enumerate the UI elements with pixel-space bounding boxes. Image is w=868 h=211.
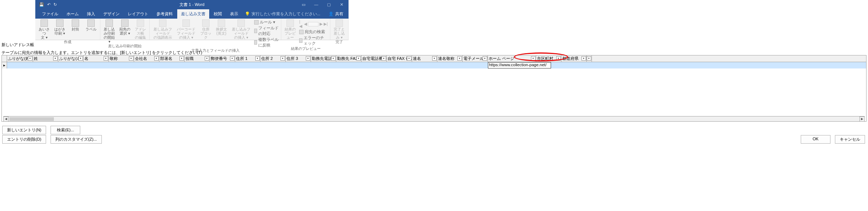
filter-dropdown-icon[interactable]: ▾ [531,56,535,61]
column-header[interactable]: 市区町村▾ [536,55,561,62]
filter-dropdown-icon[interactable]: ▾ [179,56,184,61]
grid-cell[interactable] [311,62,336,68]
delete-entry-button[interactable]: エントリの削除(D) [2,135,46,144]
tab-references[interactable]: 参考資料 [153,9,176,19]
column-header[interactable]: 連名敬称▾ [437,55,463,62]
column-header[interactable]: 役職▾ [185,55,210,62]
tab-file[interactable]: ファイル [38,9,62,19]
address-grid[interactable]: ふりがな(姓)▾姓▾ふりがな(名)▾名▾敬称▾会社名▾部署名▾役職▾郵便番号▾住… [1,55,867,122]
column-header[interactable]: 住所 1▾ [235,55,260,62]
column-header[interactable]: 国▾ [587,55,592,62]
tab-layout[interactable]: レイアウト [124,9,152,19]
column-header[interactable]: ふりがな(姓)▾ [7,55,33,62]
grid-cell[interactable] [362,62,387,68]
grid-cell[interactable] [84,62,109,68]
greeting-button[interactable]: あいさつ 文 ▾ [38,19,51,39]
filter-dropdown-icon[interactable]: ▾ [356,56,361,61]
grid-cell[interactable] [576,62,602,68]
find-button[interactable]: 検索(E)... [51,126,80,134]
grid-cell[interactable] [260,62,286,68]
postcard-button[interactable]: はがき 印刷 ▾ [53,19,67,35]
filter-dropdown-icon[interactable]: ▾ [78,56,83,61]
ok-button[interactable]: OK [801,135,830,144]
tell-me[interactable]: 💡 実行したい作業を入力してください... [245,11,320,17]
share-button[interactable]: 👤 共有 [328,11,349,17]
grid-cell[interactable]: https://www.collection-page.net/ [488,62,551,68]
filter-dropdown-icon[interactable]: ▾ [104,56,108,61]
tab-view[interactable]: 表示 [226,9,242,19]
tab-review[interactable]: 校閲 [210,9,226,19]
label-button[interactable]: ラベル [84,19,98,31]
filter-dropdown-icon[interactable]: ▾ [28,56,32,61]
envelope-button[interactable]: 封筒 [69,19,82,31]
scroll-right-icon[interactable]: ▶ [859,116,865,122]
grid-row[interactable]: https://www.collection-page.net/ [2,62,866,68]
horizontal-scrollbar[interactable]: ◀ ▶ [3,116,865,121]
grid-cell[interactable] [185,62,210,68]
grid-cell[interactable] [412,62,437,68]
row-selector[interactable] [2,62,7,68]
filter-dropdown-icon[interactable]: ▾ [306,56,310,61]
grid-cell[interactable] [58,62,84,68]
filter-dropdown-icon[interactable]: ▾ [587,56,591,61]
scroll-left-icon[interactable]: ◀ [3,116,9,122]
column-header[interactable]: 都道府県▾ [561,55,587,62]
column-header[interactable]: 勤務先電話...▾ [311,55,336,62]
save-icon[interactable]: 💾 [39,2,44,7]
tab-home[interactable]: ホーム [63,9,82,19]
filter-dropdown-icon[interactable]: ▾ [432,56,437,61]
close-icon[interactable]: ✕ [336,2,347,7]
filter-dropdown-icon[interactable]: ▾ [154,56,159,61]
cancel-button[interactable]: キャンセル [835,135,865,144]
filter-dropdown-icon[interactable]: ▾ [582,56,586,61]
grid-cell[interactable] [551,62,576,68]
start-merge-button[interactable]: 差し込み印刷 の開始 ▾ [103,19,116,44]
column-header[interactable]: 自宅 FAX 番...▾ [387,55,412,62]
column-header[interactable]: 勤務先 FAX ...▾ [336,55,362,62]
grid-cell[interactable] [7,62,33,68]
grid-cell[interactable] [33,62,58,68]
column-header[interactable]: 会社名▾ [134,55,159,62]
select-recipients-button[interactable]: 宛先の 選択 ▾ [118,19,132,35]
grid-cell[interactable] [286,62,311,68]
column-header[interactable]: 住所 3▾ [286,55,311,62]
new-entry-button[interactable]: 新しいエントリ(N) [2,126,46,134]
grid-cell[interactable] [235,62,260,68]
tab-insert[interactable]: 挿入 [83,9,99,19]
filter-dropdown-icon[interactable]: ▾ [483,56,487,61]
filter-dropdown-icon[interactable]: ▾ [129,56,133,61]
filter-dropdown-icon[interactable]: ▾ [556,56,561,61]
filter-dropdown-icon[interactable]: ▾ [407,56,411,61]
grid-cell[interactable] [387,62,412,68]
column-header[interactable]: 郵便番号▾ [210,55,235,62]
filter-dropdown-icon[interactable]: ▾ [331,56,336,61]
column-header[interactable]: ふりがな(名)▾ [58,55,84,62]
filter-dropdown-icon[interactable]: ▾ [457,56,462,61]
filter-dropdown-icon[interactable]: ▾ [53,56,58,61]
column-header[interactable]: 連名▾ [412,55,437,62]
filter-dropdown-icon[interactable]: ▾ [382,56,386,61]
filter-dropdown-icon[interactable]: ▾ [255,56,260,61]
grid-cell[interactable] [159,62,185,68]
column-header[interactable]: 敬称▾ [109,55,134,62]
redo-icon[interactable]: ↻ [54,2,57,7]
grid-cell[interactable] [109,62,134,68]
customize-columns-button[interactable]: 列のカスタマイズ(Z)... [51,135,101,144]
filter-dropdown-icon[interactable]: ▾ [281,56,285,61]
grid-cell[interactable] [602,62,607,68]
grid-cell[interactable] [210,62,235,68]
column-header[interactable]: 住所 2▾ [260,55,286,62]
filter-dropdown-icon[interactable]: ▾ [205,56,209,61]
grid-cell[interactable] [437,62,463,68]
column-header[interactable]: 部署名▾ [159,55,185,62]
filter-dropdown-icon[interactable]: ▾ [230,56,234,61]
undo-icon[interactable]: ↶ [47,2,51,7]
grid-cell[interactable] [463,62,488,68]
scroll-thumb[interactable] [9,117,54,121]
maximize-icon[interactable]: ▢ [323,2,334,7]
column-header[interactable]: 電子メール ア...▾ [463,55,488,62]
column-header[interactable]: 自宅電話番号▾ [362,55,387,62]
column-header[interactable]: ホーム ページ▾ [488,55,536,62]
column-header[interactable]: 姓▾ [33,55,58,62]
minimize-icon[interactable]: — [311,2,322,7]
